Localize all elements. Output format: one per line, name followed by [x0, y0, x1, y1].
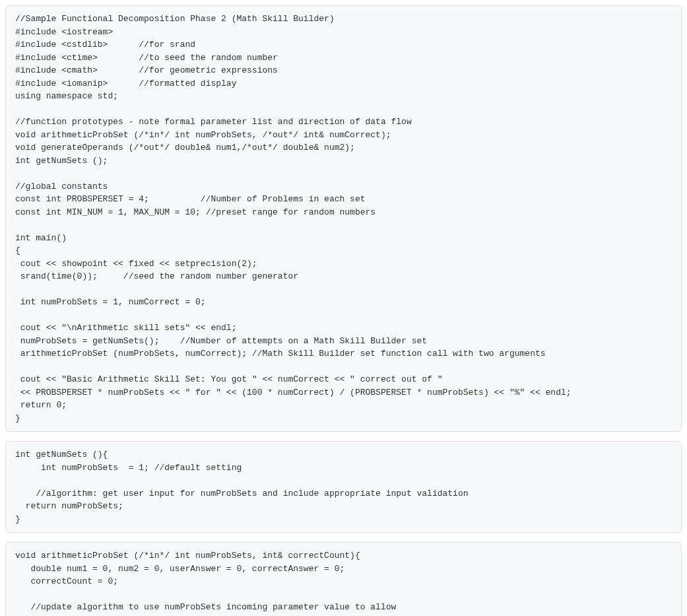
code-block-3: void arithmeticProbSet (/*in*/ int numPr… — [5, 542, 682, 616]
code-block-1: //Sample Functional Decomposition Phase … — [5, 5, 682, 432]
code-block-2: int getNumSets (){ int numProbSets = 1; … — [5, 441, 682, 533]
